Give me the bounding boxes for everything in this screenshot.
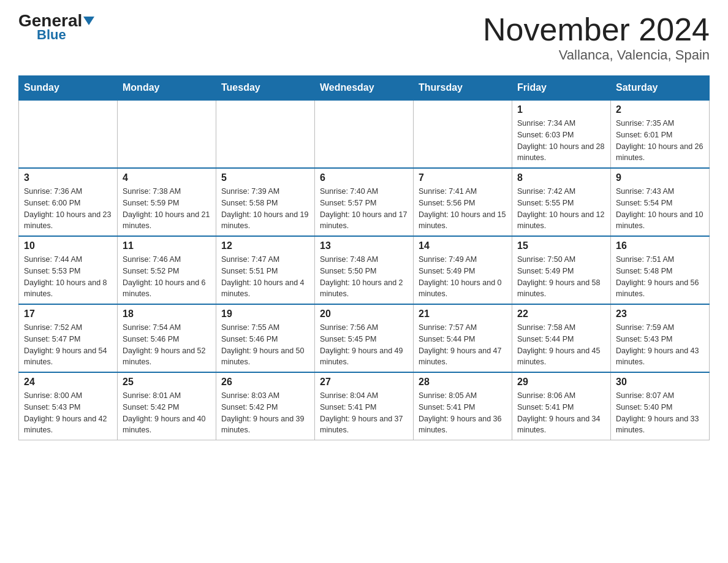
day-number: 1 — [517, 104, 605, 115]
day-info: Sunrise: 8:04 AMSunset: 5:41 PMDaylight:… — [320, 390, 408, 436]
day-number: 27 — [320, 377, 408, 388]
calendar-cell: 26Sunrise: 8:03 AMSunset: 5:42 PMDayligh… — [216, 372, 315, 440]
day-number: 29 — [517, 377, 605, 388]
calendar-cell: 12Sunrise: 7:47 AMSunset: 5:51 PMDayligh… — [216, 236, 315, 304]
day-info: Sunrise: 7:52 AMSunset: 5:47 PMDaylight:… — [24, 322, 112, 368]
day-number: 12 — [221, 240, 309, 251]
day-info: Sunrise: 8:06 AMSunset: 5:41 PMDaylight:… — [517, 390, 605, 436]
calendar-cell — [414, 100, 512, 168]
calendar-cell: 22Sunrise: 7:58 AMSunset: 5:44 PMDayligh… — [512, 304, 611, 372]
day-number: 4 — [123, 172, 211, 183]
day-info: Sunrise: 7:59 AMSunset: 5:43 PMDaylight:… — [616, 322, 704, 368]
day-number: 15 — [517, 240, 605, 251]
day-number: 25 — [123, 377, 211, 388]
day-info: Sunrise: 7:41 AMSunset: 5:56 PMDaylight:… — [419, 186, 507, 232]
day-info: Sunrise: 7:57 AMSunset: 5:44 PMDaylight:… — [419, 322, 507, 368]
calendar-cell — [19, 100, 118, 168]
day-info: Sunrise: 7:35 AMSunset: 6:01 PMDaylight:… — [616, 118, 704, 164]
calendar-cell: 20Sunrise: 7:56 AMSunset: 5:45 PMDayligh… — [315, 304, 414, 372]
weekday-header-monday: Monday — [118, 76, 216, 101]
calendar-cell — [315, 100, 414, 168]
day-info: Sunrise: 7:55 AMSunset: 5:46 PMDaylight:… — [221, 322, 309, 368]
day-info: Sunrise: 8:03 AMSunset: 5:42 PMDaylight:… — [221, 390, 309, 436]
calendar-cell: 7Sunrise: 7:41 AMSunset: 5:56 PMDaylight… — [414, 168, 512, 236]
day-info: Sunrise: 7:50 AMSunset: 5:49 PMDaylight:… — [517, 254, 605, 300]
day-number: 16 — [616, 240, 704, 251]
day-info: Sunrise: 7:38 AMSunset: 5:59 PMDaylight:… — [123, 186, 211, 232]
day-info: Sunrise: 7:54 AMSunset: 5:46 PMDaylight:… — [123, 322, 211, 368]
calendar-cell: 27Sunrise: 8:04 AMSunset: 5:41 PMDayligh… — [315, 372, 414, 440]
day-info: Sunrise: 7:34 AMSunset: 6:03 PMDaylight:… — [517, 118, 605, 164]
calendar-cell: 3Sunrise: 7:36 AMSunset: 6:00 PMDaylight… — [19, 168, 118, 236]
day-info: Sunrise: 7:42 AMSunset: 5:55 PMDaylight:… — [517, 186, 605, 232]
day-number: 13 — [320, 240, 408, 251]
day-info: Sunrise: 8:01 AMSunset: 5:42 PMDaylight:… — [123, 390, 211, 436]
calendar-cell: 23Sunrise: 7:59 AMSunset: 5:43 PMDayligh… — [611, 304, 710, 372]
calendar-cell: 2Sunrise: 7:35 AMSunset: 6:01 PMDaylight… — [611, 100, 710, 168]
calendar-cell: 9Sunrise: 7:43 AMSunset: 5:54 PMDaylight… — [611, 168, 710, 236]
day-info: Sunrise: 7:39 AMSunset: 5:58 PMDaylight:… — [221, 186, 309, 232]
calendar-cell: 11Sunrise: 7:46 AMSunset: 5:52 PMDayligh… — [118, 236, 216, 304]
calendar-cell: 13Sunrise: 7:48 AMSunset: 5:50 PMDayligh… — [315, 236, 414, 304]
month-title: November 2024 — [483, 12, 710, 47]
weekday-header-wednesday: Wednesday — [315, 76, 414, 101]
day-number: 2 — [616, 104, 704, 115]
day-number: 14 — [419, 240, 507, 251]
day-info: Sunrise: 7:44 AMSunset: 5:53 PMDaylight:… — [24, 254, 112, 300]
day-info: Sunrise: 7:36 AMSunset: 6:00 PMDaylight:… — [24, 186, 112, 232]
weekday-header-friday: Friday — [512, 76, 611, 101]
calendar-cell: 16Sunrise: 7:51 AMSunset: 5:48 PMDayligh… — [611, 236, 710, 304]
calendar-header-row: SundayMondayTuesdayWednesdayThursdayFrid… — [19, 76, 710, 101]
calendar-week-row: 1Sunrise: 7:34 AMSunset: 6:03 PMDaylight… — [19, 100, 710, 168]
calendar-cell: 19Sunrise: 7:55 AMSunset: 5:46 PMDayligh… — [216, 304, 315, 372]
calendar-cell: 29Sunrise: 8:06 AMSunset: 5:41 PMDayligh… — [512, 372, 611, 440]
day-number: 20 — [320, 308, 408, 320]
day-info: Sunrise: 8:05 AMSunset: 5:41 PMDaylight:… — [419, 390, 507, 436]
calendar-cell: 8Sunrise: 7:42 AMSunset: 5:55 PMDaylight… — [512, 168, 611, 236]
calendar-cell: 30Sunrise: 8:07 AMSunset: 5:40 PMDayligh… — [611, 372, 710, 440]
day-number: 30 — [616, 377, 704, 388]
calendar-cell — [216, 100, 315, 168]
day-info: Sunrise: 7:43 AMSunset: 5:54 PMDaylight:… — [616, 186, 704, 232]
day-number: 5 — [221, 172, 309, 183]
day-number: 8 — [517, 172, 605, 183]
calendar-cell — [118, 100, 216, 168]
weekday-header-sunday: Sunday — [19, 76, 118, 101]
calendar-week-row: 10Sunrise: 7:44 AMSunset: 5:53 PMDayligh… — [19, 236, 710, 304]
day-number: 9 — [616, 172, 704, 183]
day-number: 22 — [517, 308, 605, 320]
title-block: November 2024 Vallanca, Valencia, Spain — [483, 12, 710, 63]
calendar-cell: 6Sunrise: 7:40 AMSunset: 5:57 PMDaylight… — [315, 168, 414, 236]
day-number: 28 — [419, 377, 507, 388]
calendar-cell: 17Sunrise: 7:52 AMSunset: 5:47 PMDayligh… — [19, 304, 118, 372]
logo-triangle-icon — [82, 11, 94, 30]
day-info: Sunrise: 8:07 AMSunset: 5:40 PMDaylight:… — [616, 390, 704, 436]
calendar-table: SundayMondayTuesdayWednesdayThursdayFrid… — [18, 75, 710, 440]
calendar-week-row: 3Sunrise: 7:36 AMSunset: 6:00 PMDaylight… — [19, 168, 710, 236]
day-info: Sunrise: 7:40 AMSunset: 5:57 PMDaylight:… — [320, 186, 408, 232]
day-info: Sunrise: 7:49 AMSunset: 5:49 PMDaylight:… — [419, 254, 507, 300]
calendar-cell: 24Sunrise: 8:00 AMSunset: 5:43 PMDayligh… — [19, 372, 118, 440]
day-number: 19 — [221, 308, 309, 320]
day-number: 26 — [221, 377, 309, 388]
weekday-header-tuesday: Tuesday — [216, 76, 315, 101]
day-info: Sunrise: 7:47 AMSunset: 5:51 PMDaylight:… — [221, 254, 309, 300]
calendar-cell: 28Sunrise: 8:05 AMSunset: 5:41 PMDayligh… — [414, 372, 512, 440]
day-info: Sunrise: 7:48 AMSunset: 5:50 PMDaylight:… — [320, 254, 408, 300]
day-number: 23 — [616, 308, 704, 320]
day-info: Sunrise: 8:00 AMSunset: 5:43 PMDaylight:… — [24, 390, 112, 436]
calendar-cell: 21Sunrise: 7:57 AMSunset: 5:44 PMDayligh… — [414, 304, 512, 372]
calendar-week-row: 24Sunrise: 8:00 AMSunset: 5:43 PMDayligh… — [19, 372, 710, 440]
calendar-cell: 4Sunrise: 7:38 AMSunset: 5:59 PMDaylight… — [118, 168, 216, 236]
day-number: 3 — [24, 172, 112, 183]
day-info: Sunrise: 7:58 AMSunset: 5:44 PMDaylight:… — [517, 322, 605, 368]
logo-blue: Blue — [37, 27, 66, 43]
day-info: Sunrise: 7:51 AMSunset: 5:48 PMDaylight:… — [616, 254, 704, 300]
calendar-cell: 10Sunrise: 7:44 AMSunset: 5:53 PMDayligh… — [19, 236, 118, 304]
weekday-header-thursday: Thursday — [414, 76, 512, 101]
calendar-cell: 18Sunrise: 7:54 AMSunset: 5:46 PMDayligh… — [118, 304, 216, 372]
day-info: Sunrise: 7:56 AMSunset: 5:45 PMDaylight:… — [320, 322, 408, 368]
day-number: 6 — [320, 172, 408, 183]
calendar-cell: 25Sunrise: 8:01 AMSunset: 5:42 PMDayligh… — [118, 372, 216, 440]
day-number: 24 — [24, 377, 112, 388]
